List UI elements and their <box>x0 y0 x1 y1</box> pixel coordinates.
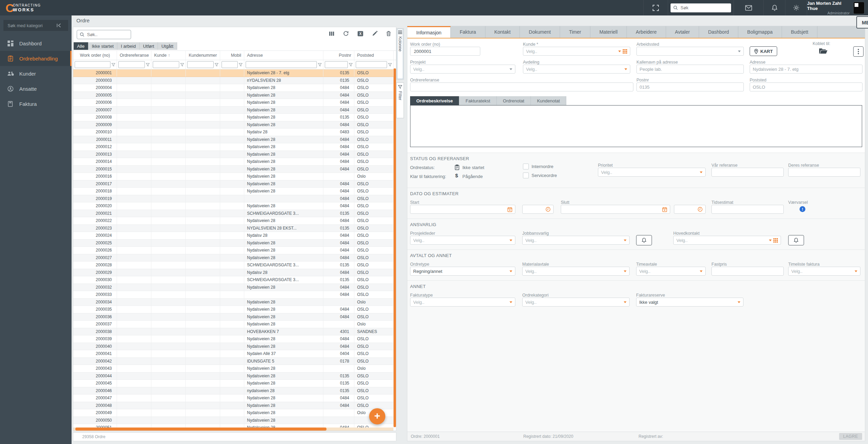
note-tab-ordrebeskrivelse[interactable]: Ordrebeskrivelse <box>410 96 459 105</box>
jobbansvarlig-notify-button[interactable] <box>636 235 652 245</box>
deres-referanse-input[interactable] <box>791 169 857 175</box>
ordrereferanse-input[interactable] <box>413 84 630 90</box>
table-row[interactable]: 2000037Nydalsveien 28Oslo <box>73 321 396 328</box>
settings-button[interactable] <box>785 0 807 15</box>
kart-button[interactable]: KART <box>750 46 777 56</box>
sidebar-item-ordrebehandling[interactable]: Ordrebehandling <box>0 51 72 66</box>
table-row[interactable]: 2000040Nydalsveien 280484OSLO <box>73 343 396 351</box>
filter-funnel-icon[interactable] <box>349 63 353 67</box>
column-header-poststed[interactable]: Poststed <box>354 51 394 60</box>
column-header-postnr[interactable]: Postnr <box>323 51 354 60</box>
tab-faktura[interactable]: Faktura <box>451 26 485 38</box>
table-row[interactable]: 2000032Nydalsveien 280484OSLO <box>73 284 396 291</box>
timeavtale-select[interactable]: Velg.. <box>636 267 706 276</box>
filter-input-mobil[interactable] <box>222 61 238 68</box>
tidsestimat-input[interactable] <box>715 207 781 212</box>
grid-search-input[interactable] <box>86 32 126 37</box>
order-description-textarea[interactable] <box>410 105 862 147</box>
table-row[interactable]: 2000011Nydalsveien 280484OSLO <box>73 136 396 144</box>
horizontal-scrollbar-thumb[interactable] <box>75 428 326 431</box>
clock-icon[interactable] <box>698 207 703 212</box>
table-row[interactable]: 2000008Nydalsveien 280135OSLO <box>73 114 396 121</box>
vertical-scrollbar[interactable] <box>394 68 396 427</box>
var-referanse-input[interactable] <box>715 169 781 175</box>
status-tab-utført[interactable]: Utført <box>140 42 158 50</box>
filter-funnel-icon[interactable] <box>180 63 184 67</box>
table-row[interactable]: 2000003nYDALSVEIEN 280135OSLO <box>73 77 396 85</box>
table-row[interactable]: 2000041Nydalen Allé 370404OSLO <box>73 350 396 358</box>
prioritet-select[interactable]: Velg.. <box>598 168 706 177</box>
table-row[interactable]: 2000044Nydalsveien 280135OSLO <box>73 373 396 380</box>
table-row[interactable]: 2000030SCHWEIGAARDSGATE 3...0135OSLO <box>73 276 396 284</box>
slutt-date-field[interactable] <box>561 205 670 214</box>
tab-dokument[interactable]: Dokument <box>520 26 560 38</box>
table-row[interactable]: 2000014Nydalsveien 280484OSLO <box>73 158 396 166</box>
delete-trash-icon[interactable] <box>386 31 391 36</box>
work-order-input[interactable] <box>413 48 477 54</box>
calendar-icon[interactable] <box>507 207 512 212</box>
folder-icon[interactable] <box>819 47 828 54</box>
status-tab-ikke-startet[interactable]: Ikke startet <box>88 42 118 50</box>
table-row[interactable]: 2000046nydalsveien 280135OSLO <box>73 387 396 395</box>
fakturatype-select[interactable]: Velg.. <box>410 298 515 307</box>
tab-kontakt[interactable]: Kontakt <box>485 26 520 38</box>
hovedkontakt-select[interactable]: Velg.. <box>673 236 781 245</box>
note-tab-fakturatekst[interactable]: Fakturatekst <box>459 96 497 105</box>
calendar-icon[interactable] <box>662 207 667 212</box>
table-row[interactable]: 2000007Nydalsveien 280484OSLO <box>73 107 396 114</box>
serviceordre-checkbox[interactable] <box>523 173 529 178</box>
kolonne-side-tab[interactable]: Kolonne <box>396 28 404 80</box>
me-button[interactable]: ME <box>856 16 868 29</box>
note-tab-ordrenotat[interactable]: Ordrenotat <box>497 96 531 105</box>
more-options-button[interactable] <box>853 46 864 57</box>
table-row[interactable]: 2000034Nydalsveien 28Oslo <box>73 299 396 306</box>
status-tab-i-arbeid[interactable]: I arbeid <box>117 42 139 50</box>
edit-pencil-icon[interactable] <box>372 31 377 36</box>
ordrekategori-select[interactable]: Velg.. <box>522 298 630 307</box>
notifications-button[interactable] <box>763 0 785 15</box>
table-row[interactable]: 2000036Nydalsveien 280484OSLO <box>73 313 396 321</box>
horizontal-scrollbar[interactable] <box>73 428 393 431</box>
filter-input-kunde[interactable] <box>153 61 179 68</box>
status-tab-alle[interactable]: Alle <box>74 42 88 50</box>
table-row[interactable]: 2000001Nydalsveien 28 - 7. etg0135OSLO <box>73 69 396 77</box>
clock-icon[interactable] <box>546 207 550 212</box>
table-row[interactable]: 2000050Nydalsveien 28 <box>73 417 396 424</box>
table-row[interactable]: 2000042IDUNSGATE 50178OSLO <box>73 358 396 365</box>
fastpris-input[interactable] <box>715 268 781 274</box>
table-row[interactable]: 2000027Nydalsveien 280484OSLO <box>73 254 396 262</box>
table-row[interactable]: 2000045Nydalsveien 280135OSLO <box>73 380 396 387</box>
materialavtale-select[interactable]: Velg.. <box>522 267 630 276</box>
hovedkontakt-notify-button[interactable] <box>788 235 804 245</box>
filter-input-poststed[interactable] <box>356 61 387 68</box>
table-row[interactable]: 20000330484OSLO <box>73 291 396 299</box>
grid-lookup-icon[interactable] <box>773 238 778 243</box>
tab-avtaler[interactable]: Avtaler <box>666 26 699 38</box>
sidebar-item-ansatte[interactable]: Ansatte <box>0 81 72 96</box>
tab-boligmappa[interactable]: Boligmappa <box>738 26 782 38</box>
table-row[interactable]: 2000024Nydalsv 280484OSLO <box>73 232 396 240</box>
column-header-kundenummer[interactable]: Kundenummer <box>186 51 220 60</box>
table-row[interactable]: 2000043Nydalsveien 28Oslo <box>73 365 396 373</box>
timeliste-select[interactable]: Velg.. <box>788 267 860 276</box>
jobbansvarlig-select[interactable]: Velg.. <box>522 236 630 245</box>
prosjekt-select[interactable]: Velg.. <box>410 65 515 74</box>
refresh-icon[interactable] <box>343 31 349 36</box>
avdeling-select[interactable]: Velg.. <box>523 65 630 74</box>
table-row[interactable]: 2000004Nydalsveien 280484OSLO <box>73 84 396 92</box>
table-row[interactable]: 2000035Nydalsveien 280484OSLO <box>73 306 396 313</box>
start-date-field[interactable] <box>410 205 515 214</box>
table-row[interactable]: 2000013Nydalsveien 280484OSLO <box>73 151 396 158</box>
table-row[interactable]: 2000026Nydalsveien 280484OSLO <box>73 247 396 254</box>
tab-timer[interactable]: Timer <box>560 26 590 38</box>
global-search-input[interactable] <box>680 5 719 11</box>
table-row[interactable]: 2000018Nydalsveien 280484OSLO <box>73 188 396 195</box>
status-tab-utgått[interactable]: Utgått <box>158 42 177 50</box>
table-row[interactable]: 2000021SCHWEIGAARDSGATE 3...0135OSLO <box>73 210 396 218</box>
table-row[interactable]: 2000009Nydalsveien 280484OSLO <box>73 121 396 129</box>
table-row[interactable]: 2000038HOVEBAKKEN 74301SANDNES <box>73 328 396 336</box>
column-header-adresse[interactable]: Adresse <box>244 51 323 60</box>
table-row[interactable]: 2000039Nydalsveien 280484OSLO <box>73 335 396 343</box>
filter-input-adresse[interactable] <box>246 61 317 68</box>
filter-input-postnr[interactable] <box>325 61 348 68</box>
